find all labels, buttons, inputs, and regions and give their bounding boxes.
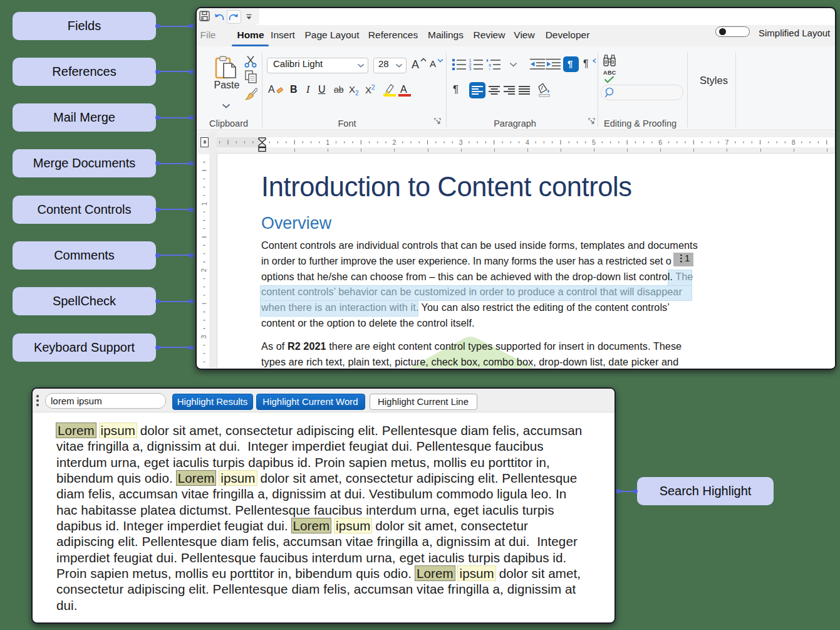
svg-text:2: 2 — [392, 139, 396, 146]
svg-text:2: 2 — [200, 268, 208, 272]
svg-text:3: 3 — [469, 66, 472, 70]
svg-text:1: 1 — [326, 139, 329, 146]
svg-text:8: 8 — [792, 139, 796, 146]
svg-text:4: 4 — [526, 139, 529, 146]
svg-text:i: i — [489, 67, 490, 70]
svg-text:3: 3 — [200, 335, 208, 339]
svg-text:1: 1 — [200, 202, 208, 206]
svg-text:a: a — [489, 63, 491, 67]
svg-text:7: 7 — [725, 139, 729, 146]
svg-text:3: 3 — [459, 139, 463, 146]
svg-text:1: 1 — [469, 58, 472, 63]
svg-text:6: 6 — [658, 139, 662, 146]
svg-text:5: 5 — [592, 139, 596, 146]
